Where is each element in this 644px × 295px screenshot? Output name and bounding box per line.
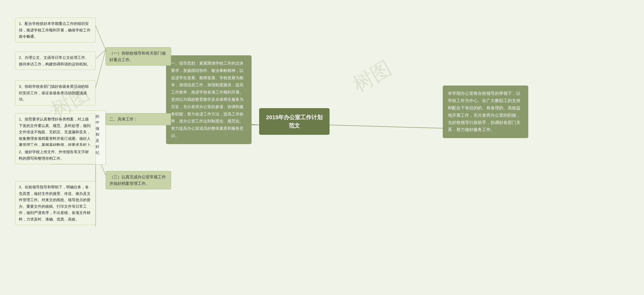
leaf-g1-2-text: 2、办理公文、文函等日常公文处理工作、接待来访工作，构建协调和谐的运转机制。 xyxy=(19,55,91,66)
leaf-g3-2-text: 3、在校领导指导和帮助下，明确任务，各负其责，做好文件的接受、传送、催办及文件管… xyxy=(19,185,91,221)
level2-label-1: （一）协助校领导和有关部门做好重点工作。 xyxy=(109,51,166,62)
leaf-g1-3: 3、协助学校各部门搞好各级各类活动的组织安排工作，保证各级各类活动的圆满成功。 xyxy=(15,80,96,105)
level2-node-1: （一）协助校领导和有关部门做好重点工作。 xyxy=(106,47,171,66)
leaf-g3-1: 2、做好学校上传文件、外传报告等文字材料的撰写和整理存档工作。 xyxy=(15,146,96,164)
summary-node: 本学期办公室将在校领导的带领下，以学校工作为中心。在广大教职工的支持和配合下有目… xyxy=(443,86,528,138)
svg-line-5 xyxy=(96,50,106,59)
summary-text: 本学期办公室将在校领导的带领下，以学校工作为中心。在广大教职工的支持和配合下有目… xyxy=(448,91,520,132)
description-text: 一、指导思想：紧紧围绕学校工作的总体要求，发扬团结协作、敬业奉献精神，以促进学生… xyxy=(171,61,244,138)
svg-line-1 xyxy=(330,125,443,128)
watermark-2: 树图 xyxy=(348,55,397,98)
central-title: 2015年办公室工作计划范文 xyxy=(266,114,323,129)
level2-node-2: 二、具体工作： xyxy=(106,113,171,125)
leaf-g1-3-text: 3、协助学校各部门搞好各级各类活动的组织安排工作，保证各级各类活动的圆满成功。 xyxy=(19,84,89,101)
leaf-g3-1-text: 2、做好学校上传文件、外传报告等文字材料的撰写和整理存档工作。 xyxy=(19,150,89,160)
level2-node-3: （三）认真完成办公室常规工作并搞好档案管理工作。 xyxy=(106,171,171,189)
leaf-g3-2: 3、在校领导指导和帮助下，明确任务，各负其责，做好文件的接受、传送、催办及文件管… xyxy=(15,181,96,225)
level2-label-2: 二、具体工作： xyxy=(109,117,138,121)
leaf-g1-1-text: 1、配合学校抓好本学期重点工作的组织安排，推进学校工作顺利开展，确保学校工作政令… xyxy=(19,21,91,38)
leaf-g1-2: 2、办理公文、文函等日常公文处理工作、接待来访工作，构建协调和谐的运转机制。 xyxy=(15,52,96,70)
svg-line-4 xyxy=(96,26,106,50)
svg-line-6 xyxy=(96,50,106,88)
mind-map: 树图 树图 2015年办公室工作计划范文 本学期办公室将在校领导的带领下，以学校… xyxy=(0,0,644,295)
central-node: 2015年办公室工作计划范文 xyxy=(259,108,330,135)
leaf-g1-1: 1、配合学校抓好本学期重点工作的组织安排，推进学校工作顺利开展，确保学校工作政令… xyxy=(15,18,96,43)
description-node: 一、指导思想：紧紧围绕学校工作的总体要求，发扬团结协作、敬业奉献精神，以促进学生… xyxy=(166,55,252,144)
level2-label-3: （三）认真完成办公室常规工作并搞好档案管理工作。 xyxy=(109,175,166,186)
